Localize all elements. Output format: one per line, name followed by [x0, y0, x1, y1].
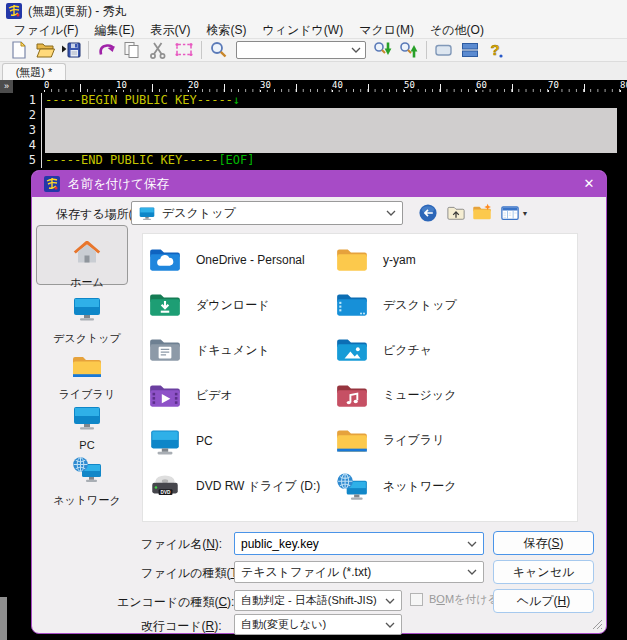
file-list[interactable]: OneDrive - Personal ダウンロード ドキュメント ビデオPCD… [142, 233, 578, 522]
filename-combobox [234, 532, 484, 555]
sidebar-item-desktop[interactable]: デスクトップ [37, 292, 137, 346]
up-folder-button[interactable] [445, 202, 467, 224]
file-item-label: ミュージック [383, 387, 456, 404]
app-icon [6, 3, 22, 19]
filetype-combobox[interactable]: テキストファイル (*.txt) [234, 561, 484, 583]
chevron-down-icon [386, 210, 396, 216]
line-text: -----BEGIN PUBLIC KEY-----↓ [45, 93, 240, 108]
pc-monitor-icon [71, 401, 103, 433]
paste-button[interactable] [171, 39, 197, 61]
editor-line[interactable]: 5-----END PUBLIC KEY-----[EOF] [0, 153, 627, 168]
file-item[interactable]: PC [148, 424, 213, 458]
menu-item[interactable]: マクロ(M) [351, 22, 422, 39]
menu-item[interactable]: 編集(E) [86, 22, 142, 39]
new-folder-button[interactable] [471, 202, 493, 224]
file-item[interactable]: ビデオ [148, 379, 233, 413]
help-button[interactable]: ヘルプ(H) [493, 589, 594, 613]
tab-list-button[interactable] [431, 39, 457, 61]
save-file-button[interactable] [58, 39, 84, 61]
menu-item[interactable]: ウィンドウ(W) [254, 22, 351, 39]
ruler-number: 60 [476, 80, 489, 90]
filename-input[interactable] [235, 537, 467, 551]
split-window-button[interactable] [457, 39, 483, 61]
back-icon [417, 202, 439, 224]
ruler-number: 40 [332, 80, 345, 90]
back-button[interactable] [417, 202, 439, 224]
undo-button[interactable] [93, 39, 119, 61]
filetype-value: テキストファイル (*.txt) [241, 564, 371, 581]
ruler-number: 30 [260, 80, 273, 90]
window-titlebar: (無題)(更新) - 秀丸 [0, 0, 627, 22]
find-button[interactable] [206, 39, 232, 61]
file-item[interactable]: ドキュメント [148, 333, 270, 367]
cut-button[interactable] [145, 39, 171, 61]
file-item[interactable] [148, 516, 182, 522]
menu-item[interactable]: その他(O) [422, 22, 492, 39]
file-item[interactable]: y-yam [335, 243, 416, 277]
sidebar-item-home[interactable]: ホーム [37, 237, 137, 290]
file-item[interactable] [335, 516, 369, 522]
cancel-button[interactable]: キャンセル [493, 560, 594, 584]
help-button[interactable]: ? [483, 39, 509, 61]
dialog-titlebar[interactable]: 名前を付けて保存 [32, 171, 606, 197]
close-icon[interactable]: ✕ [576, 173, 602, 194]
open-folder-button[interactable] [32, 39, 58, 61]
paste-icon [174, 40, 194, 60]
line-number: 2 [0, 108, 36, 123]
places-sidebar: ホームデスクトップ ライブラリPCネットワーク [37, 233, 137, 522]
menu-item[interactable]: ファイル(F) [6, 22, 86, 39]
documents-icon [148, 333, 182, 367]
editor-line[interactable]: 1-----BEGIN PUBLIC KEY-----↓ [0, 93, 627, 108]
sidebar-item-network[interactable]: ネットワーク [37, 453, 137, 508]
find-next-down-button[interactable] [370, 39, 396, 61]
linebreak-combobox[interactable]: 自動(変更しない) [234, 614, 402, 635]
find-next-up-button[interactable] [396, 39, 422, 61]
view-menu-button[interactable]: ▼ [497, 202, 531, 224]
undo-icon [96, 40, 116, 60]
linebreak-value: 自動(変更しない) [241, 617, 326, 632]
file-item-label: デスクトップ [383, 297, 457, 314]
file-item[interactable]: ネットワーク [335, 469, 456, 503]
downloads-icon [148, 288, 182, 322]
toolbar-search-combobox[interactable] [236, 41, 366, 59]
ruler-chevron-icon: » [0, 80, 13, 93]
new-file-button[interactable] [6, 39, 32, 61]
file-item[interactable]: ピクチャ [335, 333, 432, 367]
library-folder-icon [335, 424, 369, 458]
file-item-label: ネットワーク [383, 478, 456, 495]
svg-text:DVD: DVD [161, 490, 171, 495]
menu-item[interactable]: 表示(V) [142, 22, 198, 39]
sidebar-item-label: デスクトップ [37, 331, 137, 346]
editor-line[interactable]: 3 [0, 123, 627, 138]
up-folder-icon [446, 203, 466, 223]
copy-icon [122, 40, 142, 60]
bom-checkbox[interactable] [410, 593, 423, 606]
file-item[interactable]: DVDDVD RW ドライブ (D:) [148, 469, 320, 503]
file-item[interactable]: OneDrive - Personal [148, 243, 305, 277]
network-icon [71, 453, 103, 485]
sidebar-item-library[interactable]: ライブラリ [37, 351, 137, 402]
dvd-drive-icon: DVD [148, 469, 182, 503]
sidebar-item-pc[interactable]: PC [37, 401, 137, 451]
filename-label: ファイル名(N): [141, 536, 222, 553]
line-number: 5 [0, 153, 36, 168]
save-button[interactable]: 保存(S) [493, 531, 594, 555]
resize-grip[interactable] [591, 618, 603, 630]
svg-text:?: ? [490, 41, 499, 58]
editor-line[interactable]: 2 [0, 108, 627, 123]
find-icon [209, 40, 229, 60]
app-icon [44, 176, 60, 192]
chevron-down-icon[interactable] [467, 541, 483, 547]
encoding-combobox[interactable]: 自動判定 - 日本語(Shift-JIS) [234, 590, 402, 611]
menu-item[interactable]: 検索(S) [198, 22, 254, 39]
editor-line[interactable]: 4 [0, 138, 627, 153]
file-item[interactable]: デスクトップ [335, 288, 457, 322]
tab-untitled[interactable]: (無題) * [2, 63, 66, 80]
file-item[interactable]: ミュージック [335, 379, 456, 413]
save-location-combobox[interactable]: デスクトップ [131, 201, 403, 225]
copy-button[interactable] [119, 39, 145, 61]
cut-icon [148, 40, 168, 60]
file-item[interactable]: ダウンロード [148, 288, 269, 322]
file-item[interactable]: ライブラリ [335, 424, 444, 458]
dropdown-arrow-icon: ▼ [522, 210, 529, 217]
